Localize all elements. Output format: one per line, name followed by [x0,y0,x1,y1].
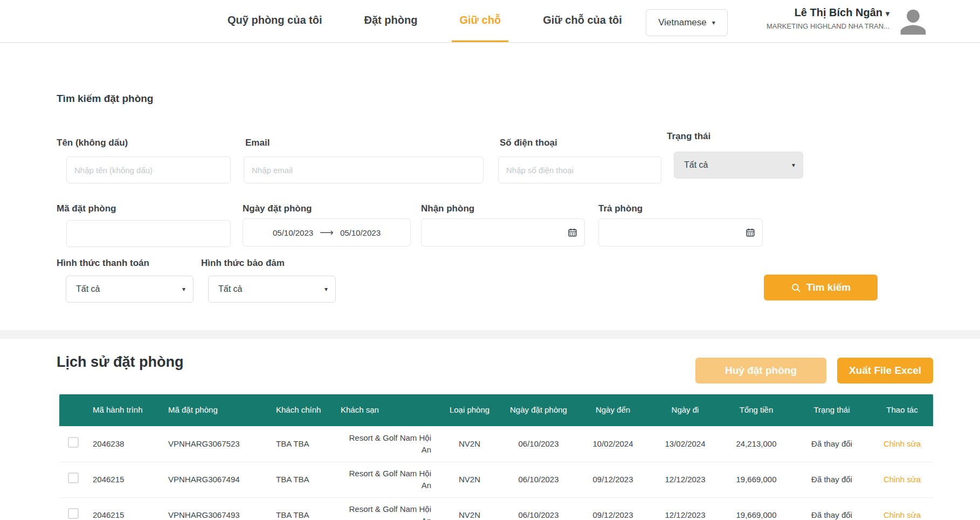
booking-code: VPNHARG3067493 [163,497,271,520]
checkbox-column-header [59,394,87,426]
phone-input[interactable] [498,156,661,183]
user-name[interactable]: Lê Thị Bích Ngân▾ [733,6,889,19]
table-row: 2046215VPNHARG3067493TBA TBAResort & Gol… [59,497,933,520]
column-header: Khách chính [271,394,335,426]
itinerary-code: 2046215 [87,462,163,497]
table-row: 2046215VPNHARG3067494TBA TBAResort & Gol… [59,462,933,497]
column-header: Mã đặt phòng [163,394,271,426]
tab-quy-phong-cua-toi[interactable]: Quỹ phòng của tôi [220,0,330,42]
hotel-name: Resort & Golf Nam Hội An [335,426,438,462]
status-select[interactable]: Tất cả ▾ [674,152,803,179]
email-input[interactable] [244,156,484,183]
tab-giu-cho-cua-toi[interactable]: Giữ chỗ của tôi [535,0,630,42]
checkin-field [421,218,585,247]
row-checkbox[interactable] [68,437,79,448]
total-amount: 24,213,000 [720,426,792,462]
nav-tabs: Quỹ phòng của tôi Đặt phòng Giữ chỗ Giữ … [220,0,630,42]
user-organization: MARKETING HIGHLAND NHA TRAN... [733,22,889,30]
arrow-right-icon: ⟶ [320,227,334,238]
checkin-label: Nhận phòng [421,203,474,214]
checkout-input[interactable] [598,218,763,247]
booking-code: VPNHARG3067523 [163,426,271,462]
column-header: Ngày đi [650,394,720,426]
user-menu: Lê Thị Bích Ngân▾ MARKETING HIGHLAND NHA… [733,6,889,30]
booking-date-to: 05/10/2023 [340,228,381,237]
column-header: Mã hành trình [87,394,163,426]
chevron-down-icon: ▾ [182,286,185,292]
column-header: Tổng tiền [720,394,792,426]
departure-date: 12/12/2023 [650,462,720,497]
table-row: 2046238VPNHARG3067523TBA TBAResort & Gol… [59,426,933,462]
departure-date: 12/12/2023 [650,497,720,520]
hotel-name: Resort & Golf Nam Hội An [335,497,438,520]
main-guest: TBA TBA [271,426,335,462]
booking-date-cell: 06/10/2023 [501,426,576,462]
total-amount: 19,669,000 [720,462,792,497]
edit-link[interactable]: Chỉnh sửa [884,510,921,519]
avatar[interactable] [898,7,928,37]
booking-date-from: 05/10/2023 [273,228,313,237]
chevron-down-icon: ▾ [886,9,889,18]
history-title: Lịch sử đặt phòng [57,354,184,371]
search-icon [791,283,801,293]
arrival-date: 09/12/2023 [576,462,650,497]
total-amount: 19,669,000 [720,497,792,520]
column-header: Loại phòng [438,394,501,426]
payment-method-select[interactable]: Tất cả ▾ [66,276,194,303]
column-header: Thao tác [871,394,933,426]
name-label: Tên (không dấu) [57,138,128,148]
booking-history-table: Mã hành trìnhMã đặt phòngKhách chínhKhác… [59,394,933,520]
room-type: NV2N [438,426,501,462]
section-divider [0,330,980,339]
top-navigation-bar: Quỹ phòng của tôi Đặt phòng Giữ chỗ Giữ … [0,0,980,43]
booking-date-cell: 06/10/2023 [501,497,576,520]
edit-link[interactable]: Chỉnh sửa [884,475,921,484]
row-checkbox[interactable] [68,508,79,519]
booking-code-label: Mã đặt phòng [57,203,116,214]
search-button[interactable]: Tìm kiếm [764,275,878,300]
itinerary-code: 2046238 [87,426,163,462]
user-avatar-icon [898,7,928,37]
checkout-label: Trả phòng [598,203,643,214]
name-input[interactable] [66,156,231,183]
booking-date-cell: 06/10/2023 [501,462,576,497]
checkout-field [598,218,763,247]
status-label: Trạng thái [667,131,710,142]
column-header: Khách sạn [335,394,438,426]
chevron-down-icon: ▾ [792,162,795,168]
arrival-date: 09/12/2023 [576,497,650,520]
status-text: Đã thay đổi [792,497,871,520]
language-selector[interactable]: Vietnamese ▾ [646,9,728,36]
table-header-row: Mã hành trìnhMã đặt phòngKhách chínhKhác… [59,394,933,426]
page: Quỹ phòng của tôi Đặt phòng Giữ chỗ Giữ … [0,0,980,520]
guarantee-select[interactable]: Tất cả ▾ [208,276,336,303]
status-text: Đã thay đổi [792,462,871,497]
search-button-label: Tìm kiếm [806,282,851,293]
cancel-booking-button[interactable]: Huỷ đặt phòng [695,358,826,384]
payment-method-label: Hình thức thanh toán [57,258,149,269]
column-header: Ngày đặt phòng [501,394,576,426]
booking-code-input[interactable] [66,220,231,247]
payment-method-value: Tất cả [76,284,100,294]
row-checkbox[interactable] [68,473,79,483]
tab-dat-phong[interactable]: Đặt phòng [357,0,425,42]
main-guest: TBA TBA [271,497,335,520]
checkin-input[interactable] [421,218,585,247]
column-header: Trạng thái [792,394,871,426]
guarantee-label: Hình thức bảo đảm [201,258,285,269]
edit-link[interactable]: Chỉnh sửa [884,439,921,448]
booking-date-range[interactable]: 05/10/2023 ⟶ 05/10/2023 [243,218,411,247]
email-label: Email [245,138,270,148]
status-value: Tất cả [684,160,708,170]
tab-giu-cho[interactable]: Giữ chỗ [452,0,508,42]
search-form-title: Tìm kiếm đặt phòng [57,93,153,105]
guarantee-value: Tất cả [218,284,242,294]
arrival-date: 10/02/2024 [576,426,650,462]
main-guest: TBA TBA [271,462,335,497]
column-header: Ngày đến [576,394,650,426]
booking-table-body: 2046238VPNHARG3067523TBA TBAResort & Gol… [59,426,933,520]
language-value: Vietnamese [658,17,706,28]
chevron-down-icon: ▾ [712,19,715,26]
export-excel-button[interactable]: Xuất File Excel [837,358,933,384]
booking-code: VPNHARG3067494 [163,462,271,497]
